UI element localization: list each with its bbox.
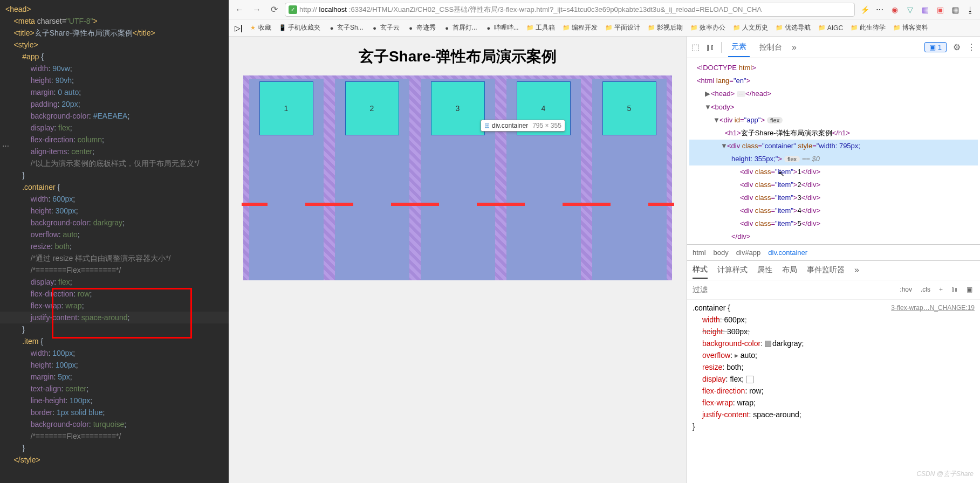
- bookmark-item[interactable]: 📁影视后期: [646, 22, 685, 33]
- bookmark-item[interactable]: ●首屏灯...: [441, 22, 479, 33]
- css-declaration[interactable]: height: 300px;: [702, 326, 975, 337]
- url-path: :63342/HTML/XuanZi/CH02_CSS基础/弹性布局/3-fle…: [349, 5, 762, 15]
- inspect-tooltip: ⊞ div.container 795 × 355: [481, 120, 565, 132]
- tabs-more-icon[interactable]: »: [792, 43, 797, 52]
- bookmark-item[interactable]: ●奇迹秀: [405, 22, 438, 33]
- dom-item[interactable]: <div class="item">3</div>: [689, 191, 978, 204]
- css-declaration[interactable]: resize: both;: [702, 361, 975, 373]
- crumb-body[interactable]: body: [714, 249, 729, 257]
- panel-icon[interactable]: ▣: [964, 285, 975, 294]
- dom-item[interactable]: <div class="item">2</div>: [689, 178, 978, 191]
- ext-icon-1[interactable]: ◉: [889, 4, 900, 15]
- browser-pane: ← → ⟳ ✓ http://localhost:63342/HTML/Xuan…: [229, 0, 980, 483]
- bookmark-item[interactable]: ●哔哩哔...: [483, 22, 521, 33]
- url-protocol: http://: [299, 5, 317, 13]
- dom-head[interactable]: ▶<head>⋯</head>: [689, 87, 978, 101]
- css-declaration[interactable]: width: 600px;: [702, 314, 975, 326]
- bookmark-item[interactable]: 📁人文历史: [731, 22, 770, 33]
- dom-h1[interactable]: <h1>玄子Share-弹性布局演示案例</h1>: [689, 127, 978, 140]
- bookmark-item[interactable]: 📱手机收藏夹: [277, 22, 323, 33]
- bookmark-item[interactable]: 📁优选导航: [773, 22, 813, 33]
- device-icon[interactable]: ⫿⫾: [949, 285, 960, 294]
- bookmark-item[interactable]: ★收藏: [247, 22, 273, 33]
- filter-input[interactable]: [693, 285, 893, 294]
- bookmark-item[interactable]: 📁AIGC: [816, 22, 845, 33]
- dom-container[interactable]: ⋯▼<div class="container" style="width: 7…: [689, 140, 978, 153]
- css-declaration[interactable]: justify-content: space-around;: [702, 409, 975, 420]
- inspect-icon: ⊞: [484, 122, 490, 129]
- dom-app[interactable]: ▼<div id="app">flex: [689, 114, 978, 127]
- lightning-icon[interactable]: ⚡: [859, 4, 870, 15]
- flex-item: 2: [345, 81, 399, 135]
- tab-props[interactable]: 属性: [757, 262, 772, 278]
- code-editor[interactable]: <head> <meta charset="UTF-8"> <title>玄子S…: [0, 0, 229, 483]
- bookmarks-bar: ▷| ★收藏📱手机收藏夹●玄子Sh...●玄子云●奇迹秀●首屏灯...●哔哩哔.…: [229, 19, 980, 37]
- hov-button[interactable]: :hov: [897, 285, 914, 294]
- crumb-html[interactable]: html: [693, 249, 706, 257]
- css-declaration[interactable]: flex-wrap: wrap;: [702, 397, 975, 409]
- tab-computed[interactable]: 计算样式: [717, 262, 748, 278]
- dom-container-2[interactable]: height: 355px;">flex == $0: [689, 153, 978, 165]
- bookmark-item[interactable]: 📁此生待学: [848, 22, 888, 33]
- bookmark-item[interactable]: 📁编程开发: [560, 22, 600, 33]
- tab-listeners[interactable]: 事件监听器: [807, 262, 845, 278]
- download-icon[interactable]: ⭳: [965, 4, 976, 15]
- dom-item[interactable]: <div class="item">1</div>: [689, 165, 978, 178]
- ext-icon-5[interactable]: ▦: [950, 4, 961, 15]
- flex-column: 4: [506, 79, 581, 280]
- address-bar[interactable]: ✓ http://localhost:63342/HTML/XuanZi/CH0…: [285, 3, 855, 17]
- dom-html[interactable]: <html lang="en">: [689, 74, 978, 87]
- dom-tree[interactable]: <!DOCTYPE html> <html lang="en"> ▶<head>…: [687, 58, 980, 244]
- flex-column: 5: [592, 79, 667, 280]
- bookmark-item[interactable]: ●玄子Sh...: [326, 22, 366, 33]
- tab-elements[interactable]: 元素: [728, 38, 750, 57]
- css-declaration[interactable]: overflow: ▸ auto;: [702, 349, 975, 361]
- settings-gear-icon[interactable]: ⚙: [953, 42, 961, 52]
- crumb-container[interactable]: div.container: [768, 249, 807, 257]
- sidebar-toggle-icon[interactable]: ▷|: [233, 23, 244, 33]
- kebab-icon[interactable]: ⋮: [967, 42, 976, 52]
- ext-icon-4[interactable]: ▣: [935, 4, 945, 15]
- back-button[interactable]: ←: [233, 3, 246, 16]
- forward-button[interactable]: →: [250, 3, 263, 16]
- tab-layout[interactable]: 布局: [782, 262, 797, 278]
- device-toggle-icon[interactable]: ⫿⫾: [706, 43, 715, 52]
- rule-source[interactable]: 3-flex-wrap…N_CHANGE:19: [891, 302, 975, 314]
- styles-more-icon[interactable]: »: [854, 265, 859, 275]
- tab-console[interactable]: 控制台: [756, 38, 785, 57]
- bookmark-item[interactable]: 📁平面设计: [603, 22, 642, 33]
- bookmark-item[interactable]: ●玄子云: [369, 22, 402, 33]
- ext-icon-2[interactable]: ▽: [904, 4, 915, 15]
- cls-button[interactable]: .cls: [919, 285, 933, 294]
- dom-item[interactable]: <div class="item">4</div>: [689, 204, 978, 217]
- css-declaration[interactable]: flex-direction: row;: [702, 385, 975, 397]
- ext-icon-3[interactable]: ▦: [920, 4, 930, 15]
- more-icon[interactable]: ⋯: [874, 4, 885, 15]
- css-declaration[interactable]: display: flex;: [702, 373, 975, 385]
- flex-item: 5: [602, 81, 656, 135]
- css-declaration[interactable]: background-color: darkgray;: [702, 337, 975, 349]
- issues-badge[interactable]: ▣ 1: [924, 42, 947, 52]
- url-host: localhost: [319, 5, 347, 13]
- styles-pane[interactable]: .container { 3-flex-wrap…N_CHANGE:19 wid…: [687, 299, 980, 484]
- dom-item[interactable]: <div class="item">5</div>: [689, 217, 978, 230]
- flex-container[interactable]: 12345: [243, 75, 672, 280]
- flex-column: 2: [335, 79, 409, 280]
- filter-row: :hov .cls + ⫿⫾ ▣: [687, 280, 980, 299]
- flex-column: 3: [421, 79, 495, 280]
- crumb-app[interactable]: div#app: [736, 249, 761, 257]
- page-viewport[interactable]: 玄子Share-弹性布局演示案例 ⊞ div.container 795 × 3…: [229, 37, 687, 483]
- dom-container-close[interactable]: </div>: [689, 230, 978, 243]
- rule-selector[interactable]: .container {: [693, 302, 730, 314]
- page-title: 玄子Share-弹性布局演示案例: [235, 46, 680, 67]
- bookmark-item[interactable]: 📁工具箱: [524, 22, 557, 33]
- dom-doctype[interactable]: <!DOCTYPE html>: [689, 61, 978, 74]
- bookmark-item[interactable]: 📁博客资料: [891, 22, 930, 33]
- reload-button[interactable]: ⟳: [268, 3, 280, 16]
- tab-styles[interactable]: 样式: [693, 261, 708, 279]
- bookmark-item[interactable]: 📁效率办公: [688, 22, 728, 33]
- add-rule-button[interactable]: +: [937, 285, 945, 294]
- dom-body[interactable]: ▼<body>: [689, 101, 978, 114]
- inspect-tool-icon[interactable]: ⬚: [691, 42, 700, 52]
- devtools-panel: ⬚ ⫿⫾ 元素 控制台 » ▣ 1 ⚙ ⋮ <!DOCTYPE html> <h…: [687, 37, 980, 483]
